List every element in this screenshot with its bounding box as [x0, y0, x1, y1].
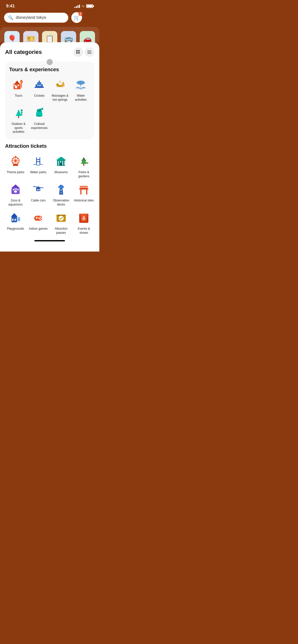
tours-item[interactable]: Tours [9, 78, 28, 102]
cable-cars-item[interactable]: Cable cars [28, 182, 49, 207]
list-view-button[interactable] [85, 47, 94, 57]
svg-rect-5 [87, 52, 91, 52]
observation-label: Observation decks [51, 199, 72, 207]
playgrounds-item[interactable]: Playgrounds [5, 211, 26, 235]
massages-label: Massages & hot springs [51, 94, 70, 102]
playgrounds-icon [8, 211, 23, 225]
observation-item[interactable]: Observation decks [51, 182, 72, 207]
signal-icon [74, 5, 80, 8]
museums-item[interactable]: Museums [51, 154, 72, 178]
events-shows-icon [77, 211, 91, 225]
cultural-icon [32, 106, 46, 120]
search-bar[interactable]: 🔍 disneyland tokyo [4, 13, 68, 23]
water-parks-item[interactable]: Water parks [28, 154, 49, 178]
svg-rect-67 [85, 162, 88, 163]
cruises-icon [32, 78, 46, 92]
svg-rect-62 [64, 161, 65, 165]
svg-point-40 [36, 115, 42, 117]
svg-rect-68 [85, 163, 86, 164]
svg-rect-27 [61, 84, 65, 86]
outdoor-item[interactable]: Outdoor & sports activities [9, 106, 28, 134]
parks-gardens-item[interactable]: Parks & gardens [74, 154, 94, 178]
svg-rect-59 [58, 161, 59, 165]
svg-rect-32 [18, 116, 19, 118]
svg-point-114 [83, 216, 85, 217]
svg-rect-116 [79, 221, 88, 223]
list-icon [87, 50, 91, 54]
svg-marker-71 [11, 184, 20, 188]
attraction-passes-icon [54, 211, 68, 225]
status-bar: 9:41 ∿ [0, 0, 99, 11]
svg-rect-53 [36, 157, 37, 165]
cart-button[interactable]: 🛒 2 [71, 12, 82, 23]
strip-balloon-icon[interactable]: 🎈 [4, 31, 20, 42]
tours-grid: Tours Cruises [9, 78, 90, 134]
water-activities-icon [74, 78, 88, 92]
svg-rect-79 [38, 186, 39, 188]
indoor-games-label: Indoor games [29, 227, 48, 231]
svg-rect-6 [87, 53, 91, 54]
svg-rect-93 [86, 188, 87, 195]
search-icon: 🔍 [8, 15, 13, 20]
scroll-indicator [47, 59, 53, 65]
massages-item[interactable]: Massages & hot springs [51, 78, 70, 102]
museums-icon [54, 154, 68, 168]
search-input[interactable]: disneyland tokyo [16, 15, 64, 20]
water-activities-item[interactable]: Water activities [72, 78, 90, 102]
zoos-item[interactable]: Zoos & aquariums [5, 182, 26, 207]
svg-rect-1 [78, 50, 80, 52]
svg-marker-65 [81, 159, 87, 164]
view-toggle [73, 47, 94, 57]
svg-rect-2 [76, 52, 78, 54]
tours-section: Tours & experiences Tours [5, 62, 94, 139]
svg-point-75 [16, 188, 17, 190]
svg-rect-98 [12, 219, 13, 221]
historical-icon [77, 182, 91, 197]
strip-document-icon[interactable]: 📋 [42, 31, 57, 42]
page-title: All categories [5, 49, 42, 55]
water-parks-label: Water parks [30, 170, 46, 174]
observation-icon [54, 182, 68, 197]
svg-rect-81 [39, 189, 40, 191]
cultural-label: Cultural experiences [30, 122, 49, 130]
svg-point-72 [14, 190, 17, 193]
svg-point-73 [13, 189, 14, 191]
svg-rect-0 [76, 50, 78, 52]
parks-gardens-icon [77, 154, 91, 168]
svg-point-22 [40, 85, 42, 86]
svg-rect-82 [36, 191, 40, 191]
grid-icon [76, 50, 80, 54]
svg-rect-97 [18, 217, 20, 221]
strip-transit-icon[interactable]: 🚌 [61, 31, 76, 42]
svg-rect-88 [61, 189, 62, 191]
strip-car-icon[interactable]: 🚗 [80, 31, 95, 42]
attraction-passes-item[interactable]: Attraction passes [51, 211, 72, 235]
svg-point-42 [41, 108, 43, 110]
svg-point-51 [15, 156, 16, 157]
strip-ticket-icon[interactable]: 🎫 [23, 31, 38, 42]
svg-point-26 [62, 82, 64, 84]
cruises-item[interactable]: Cruises [30, 78, 49, 102]
svg-point-104 [41, 218, 42, 219]
events-shows-item[interactable]: Events & shows [74, 211, 94, 235]
categories-header: All categories [5, 47, 94, 57]
cultural-item[interactable]: Cultural experiences [30, 106, 49, 134]
indoor-games-item[interactable]: Indoor games [28, 211, 49, 235]
theme-parks-item[interactable]: Theme parks [5, 154, 26, 178]
grid-view-button[interactable] [73, 47, 83, 57]
svg-rect-69 [87, 163, 88, 164]
svg-rect-4 [87, 51, 91, 51]
svg-rect-11 [18, 85, 19, 86]
svg-marker-14 [20, 80, 23, 81]
status-icons: ∿ [74, 4, 93, 8]
svg-rect-13 [20, 81, 23, 83]
tours-icon [11, 78, 26, 92]
historical-item[interactable]: Historical sites [74, 182, 94, 207]
svg-rect-102 [36, 217, 37, 219]
svg-marker-8 [15, 81, 20, 84]
svg-point-105 [40, 219, 41, 220]
search-area: 🔍 disneyland tokyo 🛒 2 [0, 11, 99, 27]
outdoor-label: Outdoor & sports activities [9, 122, 28, 134]
svg-point-21 [39, 85, 40, 86]
svg-point-20 [37, 85, 38, 86]
